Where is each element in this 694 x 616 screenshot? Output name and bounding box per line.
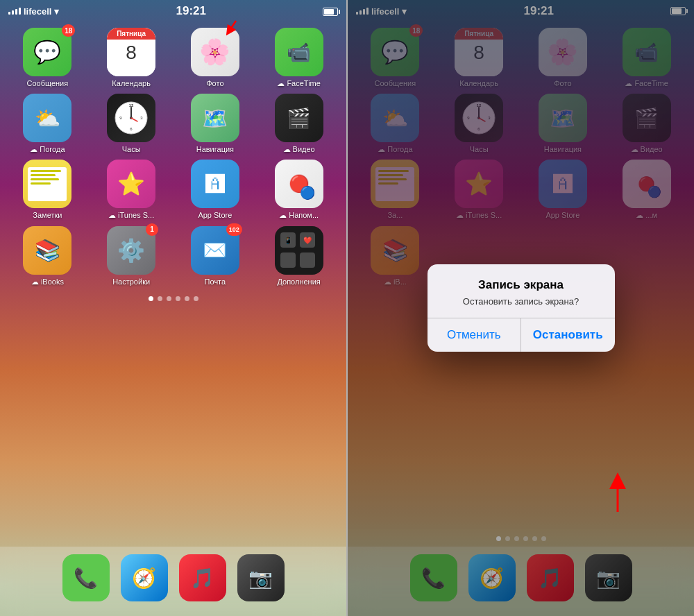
appstore-label: App Store bbox=[198, 211, 232, 220]
app-messages-left[interactable]: 💬 18 Сообщения bbox=[8, 28, 87, 88]
dock-safari-left[interactable]: 🧭 bbox=[121, 554, 168, 601]
alert-message: Остановить запись экрана? bbox=[439, 296, 604, 307]
ibooks-icon: 📚 bbox=[23, 226, 71, 275]
itunes-icon: ⭐ bbox=[107, 160, 155, 208]
app-weather-left[interactable]: ⛅ ☁ Погода bbox=[8, 94, 87, 154]
dot-6 bbox=[194, 296, 198, 301]
mail-icon: ✉️ 102 bbox=[191, 226, 239, 275]
facetime-label: ☁ FaceTime bbox=[277, 79, 321, 88]
dot-2 bbox=[158, 296, 162, 301]
messages-icon: 💬 18 bbox=[23, 28, 71, 76]
app-settings-left[interactable]: ⚙️ 1 Настройки bbox=[92, 226, 171, 286]
calendar-day: Пятница bbox=[107, 28, 155, 40]
settings-label: Настройки bbox=[112, 277, 150, 286]
settings-badge: 1 bbox=[146, 223, 158, 236]
alert-content: Запись экрана Остановить запись экрана? bbox=[428, 264, 615, 318]
signal-bars-left bbox=[8, 8, 21, 15]
alert-cancel-button[interactable]: Отменить bbox=[428, 318, 521, 352]
weather-icon: ⛅ bbox=[23, 94, 71, 142]
app-itunes-left[interactable]: ⭐ ☁ iTunes S... bbox=[92, 160, 171, 220]
extras-icon: 📱 ❤️ bbox=[275, 226, 323, 275]
dot-4 bbox=[176, 296, 180, 301]
app-mail-left[interactable]: ✉️ 102 Почта bbox=[176, 226, 255, 286]
dock-left: 📞 🧭 🎵 📷 bbox=[0, 547, 346, 616]
app-appstore-left[interactable]: 🅰 App Store bbox=[176, 160, 255, 220]
carrier-left: lifecell bbox=[24, 6, 51, 17]
bar4 bbox=[19, 8, 21, 15]
notes-icon bbox=[23, 160, 71, 208]
app-calendar-left[interactable]: Пятница 8 Календарь bbox=[92, 28, 171, 88]
alert-stop-button[interactable]: Остановить bbox=[521, 318, 615, 352]
appstore-icon: 🅰 bbox=[191, 160, 239, 208]
weather-label: ☁ Погода bbox=[30, 145, 65, 154]
calendar-date: 8 bbox=[126, 40, 137, 66]
dot-3 bbox=[167, 296, 171, 301]
svg-text:12: 12 bbox=[129, 103, 134, 108]
messages-badge: 18 bbox=[62, 24, 75, 37]
dot-1 bbox=[149, 296, 153, 301]
app-extras-left[interactable]: 📱 ❤️ Дополнения bbox=[260, 226, 338, 286]
page-dots-left bbox=[0, 292, 346, 305]
alert-buttons: Отменить Остановить bbox=[428, 318, 615, 352]
calendar-icon: Пятница 8 bbox=[107, 28, 155, 76]
app-maps-left[interactable]: 🗺️ Навигация bbox=[176, 94, 255, 154]
reminders-label: ☁ Напом... bbox=[279, 211, 319, 220]
photos-label: Фото bbox=[206, 79, 223, 88]
app-photos-left[interactable]: 🌸 Фото bbox=[176, 28, 255, 88]
calendar-label: Календарь bbox=[112, 79, 151, 88]
maps-label: Навигация bbox=[196, 145, 234, 154]
alert-overlay: Запись экрана Остановить запись экрана? … bbox=[348, 0, 694, 616]
status-right-left bbox=[323, 6, 338, 17]
videos-icon: 🎬 bbox=[275, 94, 323, 142]
itunes-label: ☁ iTunes S... bbox=[108, 211, 154, 220]
status-left-left: lifecell ▾ bbox=[8, 6, 59, 17]
settings-icon: ⚙️ 1 bbox=[107, 226, 155, 275]
dock-music-left[interactable]: 🎵 bbox=[179, 554, 226, 601]
status-bar-left: lifecell ▾ 19:21 bbox=[0, 0, 346, 22]
app-videos-left[interactable]: 🎬 ☁ Видео bbox=[260, 94, 338, 154]
reminders-icon: 🔴 🔵 bbox=[275, 160, 323, 208]
dock-phone-left[interactable]: 📞 bbox=[62, 554, 110, 601]
arrow-stop-annotation bbox=[597, 470, 638, 519]
battery-icon-left bbox=[323, 6, 338, 17]
alert-title: Запись экрана bbox=[439, 278, 604, 292]
videos-label: ☁ Видео bbox=[283, 145, 315, 154]
app-ibooks-left[interactable]: 📚 ☁ iBooks bbox=[8, 226, 87, 286]
app-notes-left[interactable]: Заметки bbox=[8, 160, 87, 220]
photos-icon: 🌸 bbox=[191, 28, 239, 76]
app-grid-left: 💬 18 Сообщения Пятница 8 Календарь 🌸 bbox=[0, 22, 346, 292]
clock-icon: 12 3 6 9 bbox=[107, 94, 155, 142]
wifi-icon-left: ▾ bbox=[54, 6, 59, 17]
mail-label: Почта bbox=[205, 277, 226, 286]
messages-label: Сообщения bbox=[27, 79, 69, 88]
facetime-icon: 📹 bbox=[275, 28, 323, 76]
bar1 bbox=[8, 12, 10, 15]
clock-label: Часы bbox=[122, 145, 141, 154]
app-facetime-left[interactable]: 📹 ☁ FaceTime bbox=[260, 28, 338, 88]
left-phone-screen: lifecell ▾ 19:21 💬 18 Сообщения Пятница … bbox=[0, 0, 346, 616]
maps-icon: 🗺️ bbox=[191, 94, 239, 142]
bar3 bbox=[15, 9, 17, 15]
svg-line-0 bbox=[229, 21, 236, 31]
dock-camera-left[interactable]: 📷 bbox=[237, 554, 285, 601]
extras-label: Дополнения bbox=[277, 277, 320, 286]
notes-label: Заметки bbox=[33, 211, 62, 220]
dot-5 bbox=[185, 296, 189, 301]
bar2 bbox=[12, 10, 14, 15]
ibooks-label: ☁ iBooks bbox=[31, 277, 64, 286]
alert-box: Запись экрана Остановить запись экрана? … bbox=[428, 264, 615, 352]
app-clock-left[interactable]: 12 3 6 9 Часы bbox=[92, 94, 171, 154]
time-left: 19:21 bbox=[176, 4, 205, 18]
app-reminders-left[interactable]: 🔴 🔵 ☁ Напом... bbox=[260, 160, 338, 220]
right-phone-screen: lifecell ▾ 19:21 💬 18 Сообщения Пятница … bbox=[348, 0, 694, 616]
mail-badge: 102 bbox=[226, 223, 242, 236]
